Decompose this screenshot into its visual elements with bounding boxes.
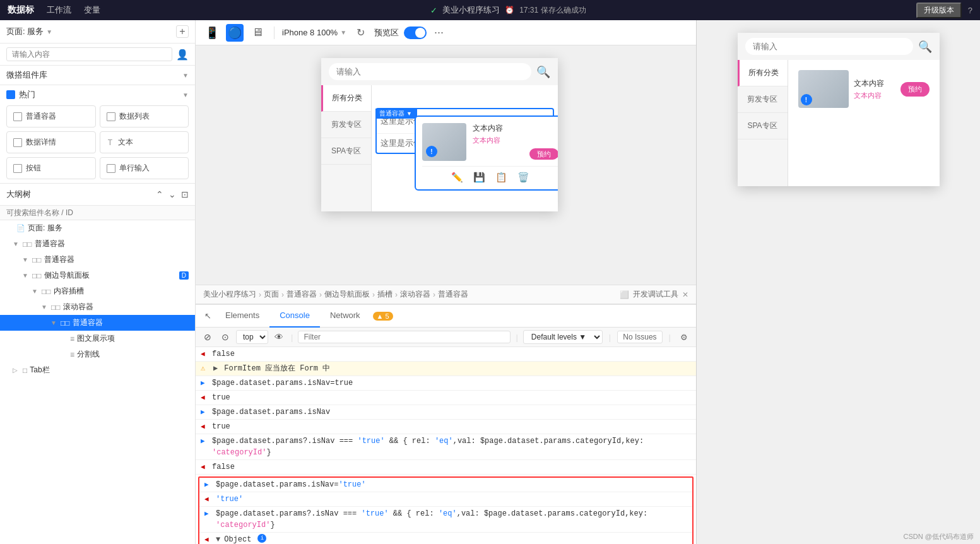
sidebar-search-input[interactable] bbox=[6, 47, 172, 61]
expand-arrow[interactable]: ▼ bbox=[216, 534, 220, 544]
arrow-icon: ◀ bbox=[201, 392, 208, 403]
popup-book-btn[interactable]: 预约 bbox=[529, 148, 558, 160]
more-button[interactable]: ··· bbox=[434, 26, 444, 39]
comp-label: 数据详情 bbox=[26, 137, 56, 148]
comp-detail[interactable]: 数据详情 bbox=[6, 131, 96, 153]
devtools-label[interactable]: ⬜ 开发调试工具 ✕ bbox=[620, 289, 688, 300]
tree-item-sidenav[interactable]: ▼ □□ 侧边导航面板 D bbox=[0, 268, 195, 283]
settings-icon[interactable]: ⚙ bbox=[677, 330, 691, 344]
tree-item-page[interactable]: 📄 页面: 服务 bbox=[0, 220, 195, 236]
project-title: 美业小程序练习 bbox=[442, 4, 500, 16]
breadcrumb-link-0[interactable]: 美业小程序练习 bbox=[203, 289, 256, 300]
tree-item-slot[interactable]: ▼ □□ 内容插槽 bbox=[0, 283, 195, 299]
cat-item-spa[interactable]: SPA专区 bbox=[321, 138, 371, 165]
tab-network[interactable]: Network bbox=[320, 305, 370, 328]
device-selector[interactable]: iPhone 8 100% ▼ bbox=[282, 28, 346, 37]
nav-variable[interactable]: 变量 bbox=[84, 4, 100, 16]
hot-header[interactable]: 热门 ▼ bbox=[6, 89, 189, 100]
pause-btn[interactable]: ⊙ bbox=[218, 330, 232, 344]
hot-icon bbox=[6, 90, 15, 99]
right-cat-sidebar: 所有分类 剪发专区 SPA专区 bbox=[738, 60, 788, 186]
comp-button[interactable]: 按钮 bbox=[6, 157, 96, 179]
delete-icon[interactable]: 🗑️ bbox=[517, 172, 529, 183]
right-search-input[interactable] bbox=[745, 38, 913, 55]
desktop-icon[interactable]: 🖥 bbox=[249, 24, 266, 42]
add-page-button[interactable]: + bbox=[176, 25, 189, 38]
tree-item-container1[interactable]: ▼ □□ 普通容器 bbox=[0, 236, 195, 252]
expand-icon[interactable]: ▶ bbox=[213, 363, 218, 374]
cat-item-haircut[interactable]: 剪发专区 bbox=[321, 112, 371, 138]
save-icon[interactable]: 💾 bbox=[473, 172, 485, 183]
expand-icon: ▼ bbox=[50, 319, 58, 326]
console-text: $page.dataset.params.isNav='true' bbox=[216, 479, 366, 490]
cat-item-all[interactable]: 所有分类 bbox=[321, 85, 371, 112]
tree-item-imgshow[interactable]: ≡ 图文展示项 bbox=[0, 331, 195, 346]
tree-item-tabbar[interactable]: ▷ □ Tab栏 bbox=[0, 362, 195, 378]
context-select[interactable]: top bbox=[236, 330, 268, 344]
comp-label: 数据列表 bbox=[119, 111, 150, 122]
comp-input[interactable]: 单行输入 bbox=[100, 157, 189, 179]
collapse-down-icon[interactable]: ⌄ bbox=[168, 189, 176, 199]
tree-item-scroll[interactable]: ▼ □□ 滚动容器 bbox=[0, 299, 195, 315]
card-popup: ! 文本内容 文本内容 预约 bbox=[415, 115, 558, 191]
preview-switch[interactable] bbox=[404, 27, 427, 39]
info-icon: i bbox=[257, 534, 266, 543]
breadcrumb-bar: 美业小程序练习 › 页面 › 普通容器 › 侧边导航面板 › 插槽 › 滚动容器… bbox=[196, 285, 696, 304]
comp-text[interactable]: T 文本 bbox=[100, 131, 189, 153]
breadcrumb-link-3[interactable]: 侧边导航面板 bbox=[324, 289, 370, 300]
expand-icon: ▼ bbox=[32, 288, 39, 295]
right-search-icon[interactable]: 🔍 bbox=[918, 40, 932, 54]
tree-item-container-selected[interactable]: ▼ □□ 普通容器 bbox=[0, 315, 195, 331]
edit-icon[interactable]: ✏️ bbox=[451, 172, 463, 183]
upgrade-btn[interactable]: 升级版本 bbox=[916, 3, 962, 18]
console-text: $page.dataset.params.isNav bbox=[212, 406, 330, 418]
tab-elements[interactable]: Elements bbox=[215, 305, 269, 328]
comp-datalist[interactable]: 数据列表 bbox=[100, 105, 189, 127]
tab-console[interactable]: Console bbox=[269, 305, 320, 328]
search-icon[interactable]: 🔍 bbox=[536, 65, 550, 79]
console-text: $page.dataset.params?.isNav === 'true' &… bbox=[212, 435, 691, 458]
right-card-subtitle: 文本内容 bbox=[854, 91, 895, 100]
help-icon[interactable]: ? bbox=[968, 6, 972, 15]
copy-icon[interactable]: 📋 bbox=[495, 172, 507, 183]
tree-icon: □□ bbox=[61, 319, 70, 328]
right-cat-all[interactable]: 所有分类 bbox=[738, 60, 788, 86]
comp-label: 普通容器 bbox=[26, 111, 56, 122]
comp-container[interactable]: 普通容器 bbox=[6, 105, 96, 127]
console-content: ◀ false ⚠ ▶ FormItem 应当放在 Form 中 ▶ $page… bbox=[196, 347, 696, 544]
eye-btn[interactable]: 👁 bbox=[272, 330, 286, 344]
cursor-tool-btn[interactable]: ↖ bbox=[201, 305, 215, 328]
tablet-icon[interactable]: 🔵 bbox=[226, 24, 244, 42]
right-book-btn[interactable]: 预约 bbox=[900, 82, 930, 97]
breadcrumb-link-1[interactable]: 页面 bbox=[264, 289, 279, 300]
right-cat-haircut[interactable]: 剪发专区 bbox=[738, 86, 788, 113]
collapse-up-icon[interactable]: ⌃ bbox=[156, 189, 163, 199]
refresh-button[interactable]: ↻ bbox=[351, 24, 369, 42]
user-icon[interactable]: 👤 bbox=[176, 49, 189, 61]
page-selector[interactable]: 页面: 服务 ▼ bbox=[6, 26, 52, 37]
selected-label-tag: 普通容器 ▼ bbox=[375, 109, 417, 119]
arrow-icon: ◀ bbox=[201, 348, 208, 360]
detail-icon bbox=[13, 138, 22, 147]
tree-item-divider[interactable]: ≡ 分割线 bbox=[0, 346, 195, 362]
devtools-panel: ↖ Elements Console Network ▲ 5 ⊘ ⊙ top 👁… bbox=[196, 304, 696, 544]
tree-item-container2[interactable]: ▼ □□ 普通容器 bbox=[0, 252, 195, 268]
close-devtools-icon[interactable]: ✕ bbox=[682, 290, 688, 299]
breadcrumb-link-5[interactable]: 滚动容器 bbox=[400, 289, 430, 300]
tree-label: 侧边导航面板 bbox=[44, 270, 90, 281]
nav-workflow[interactable]: 工作流 bbox=[47, 4, 71, 16]
expand-icon: ▼ bbox=[41, 304, 49, 310]
outline-search-input[interactable] bbox=[6, 208, 189, 217]
console-text: $page.dataset.params?.isNav === 'true' &… bbox=[216, 508, 687, 531]
phone-search-input[interactable] bbox=[329, 63, 531, 80]
mobile-icon[interactable]: 📱 bbox=[203, 24, 221, 42]
right-cat-spa[interactable]: SPA专区 bbox=[738, 113, 788, 139]
breadcrumb-link-4[interactable]: 插槽 bbox=[377, 289, 393, 300]
section-header-weida[interactable]: 微搭组件库 ▼ bbox=[6, 69, 189, 81]
filter-input[interactable] bbox=[298, 331, 511, 343]
breadcrumb-link-6[interactable]: 普通容器 bbox=[438, 289, 468, 300]
levels-select[interactable]: Default levels ▼ bbox=[523, 330, 603, 344]
breadcrumb-link-2[interactable]: 普通容器 bbox=[286, 289, 317, 300]
clear-console-btn[interactable]: ⊘ bbox=[201, 330, 215, 344]
outline-expand-icon[interactable]: ⊡ bbox=[181, 189, 189, 199]
